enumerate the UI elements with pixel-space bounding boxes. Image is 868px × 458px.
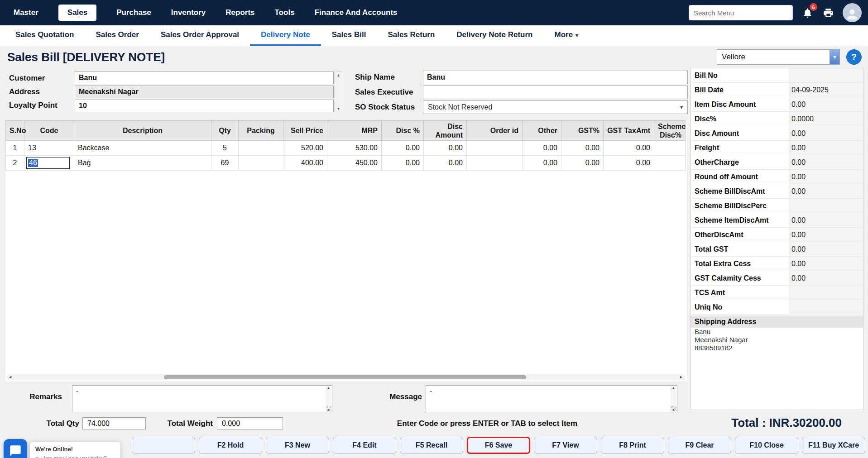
notes-row: Remarks - ▲ ▼ Message - ▲ ▼ <box>5 385 687 414</box>
cell-gst-taxamt[interactable]: 0.00 <box>604 141 654 156</box>
remarks-text: - <box>76 387 78 395</box>
cell-mrp[interactable]: 450.00 <box>327 156 382 171</box>
cell-disc-pct[interactable]: 0.00 <box>382 141 424 156</box>
cell-gst-pct[interactable]: 0.00 <box>561 156 604 171</box>
total-qty-label: Total Qty <box>36 419 79 428</box>
cell-code[interactable]: 46 <box>24 156 74 171</box>
scroll-up-icon[interactable]: ▲ <box>672 386 675 389</box>
ship-name-input[interactable] <box>423 71 688 84</box>
scroll-up-icon[interactable]: ▲ <box>327 386 330 389</box>
nav-item-inventory[interactable]: Inventory <box>171 8 206 17</box>
scrollbar-track[interactable] <box>335 78 342 105</box>
f6-save-button[interactable]: F6 Save <box>467 437 530 454</box>
cell-qty[interactable]: 5 <box>211 141 239 156</box>
caret-glyph: ▾ <box>833 54 836 60</box>
cell-other[interactable]: 0.00 <box>523 156 561 171</box>
cell-sell-price[interactable]: 520.00 <box>283 141 327 156</box>
tab-sales-return[interactable]: Sales Return <box>377 25 446 46</box>
so-stock-status-select[interactable]: Stock Not Reserved ▾ <box>423 100 688 114</box>
f4-edit-button[interactable]: F4 Edit <box>333 437 396 454</box>
nav-item-purchase[interactable]: Purchase <box>116 8 151 17</box>
user-avatar[interactable] <box>843 3 862 22</box>
location-dropdown[interactable]: Vellore ▾ <box>717 49 840 65</box>
f2-hold-button[interactable]: F2 Hold <box>199 437 262 454</box>
code-cell-editor[interactable]: 46 <box>26 157 70 169</box>
cell-mrp[interactable]: 530.00 <box>327 141 382 156</box>
cell-gst-taxamt[interactable]: 0.00 <box>604 156 654 171</box>
scroll-right-icon[interactable]: ► <box>679 375 683 379</box>
nav-item-reports[interactable]: Reports <box>225 8 254 17</box>
tab-delivery-note-return[interactable]: Delivery Note Return <box>446 25 543 46</box>
cell-disc-amount[interactable]: 0.00 <box>424 141 467 156</box>
cell-qty[interactable]: 69 <box>211 156 239 171</box>
f11-buy-xcare-button[interactable]: F11 Buy XCare <box>802 437 865 454</box>
scroll-up-icon[interactable]: ▲ <box>335 72 342 78</box>
nav-item-finance-and-accounts[interactable]: Finance And Accounts <box>315 8 398 17</box>
summary-row-total-gst: Total GST0.00 <box>691 242 863 257</box>
cell-scheme-disc[interactable] <box>654 141 686 156</box>
help-button[interactable]: ? <box>846 49 862 65</box>
notifications-button[interactable]: 6 <box>801 6 814 19</box>
remarks-textarea[interactable]: - ▲ ▼ <box>72 385 332 412</box>
cell-disc-pct[interactable]: 0.00 <box>382 156 424 171</box>
nav-item-tools[interactable]: Tools <box>275 8 295 17</box>
f3-new-button[interactable]: F3 New <box>266 437 329 454</box>
loyalty-point-input[interactable] <box>75 100 334 112</box>
nav-item-master[interactable]: Master <box>14 8 38 17</box>
col-header-disc-pct: Disc % <box>382 121 424 141</box>
chevron-down-icon[interactable]: ▾ <box>830 50 839 64</box>
scrollbar-thumb[interactable] <box>164 375 526 379</box>
form-vertical-scrollbar[interactable]: ▲ ▼ <box>335 72 342 112</box>
cell-scheme-disc[interactable] <box>654 156 686 171</box>
tab-sales-bill[interactable]: Sales Bill <box>321 25 377 46</box>
address-field[interactable]: Meenakshi Nagar <box>75 86 334 98</box>
scroll-down-icon[interactable]: ▼ <box>335 105 342 112</box>
print-button[interactable] <box>822 6 834 19</box>
summary-value <box>789 68 863 82</box>
cell-disc-amount[interactable]: 0.00 <box>424 156 467 171</box>
message-textarea[interactable]: - ▲ ▼ <box>426 385 677 412</box>
summary-value: 0.00 <box>789 141 863 155</box>
tab-more[interactable]: More ▾ <box>543 25 589 46</box>
f7-view-button[interactable]: F7 View <box>534 437 597 454</box>
cell-order-id[interactable] <box>467 156 523 171</box>
sales-executive-input[interactable] <box>423 86 688 99</box>
tab-sales-order[interactable]: Sales Order <box>85 25 149 46</box>
total-weight-input[interactable] <box>217 417 283 429</box>
f8-print-button[interactable]: F8 Print <box>601 437 664 454</box>
cell-description[interactable]: Bag <box>74 156 211 171</box>
cell-packing[interactable] <box>239 156 283 171</box>
chat-launcher-button[interactable] <box>4 439 27 458</box>
printer-icon <box>823 7 834 19</box>
tab-delivery-note[interactable]: Delivery Note <box>250 25 321 46</box>
summary-value: 0.00 <box>789 257 863 271</box>
cell-sno[interactable]: 1 <box>6 141 24 156</box>
cell-sell-price[interactable]: 400.00 <box>283 156 327 171</box>
tab-sales-quotation[interactable]: Sales Quotation <box>5 25 85 46</box>
tab-sales-order-approval[interactable]: Sales Order Approval <box>150 25 250 46</box>
nav-item-sales[interactable]: Sales <box>58 5 96 21</box>
resize-handle[interactable] <box>671 406 676 411</box>
cell-packing[interactable] <box>239 141 283 156</box>
chat-status-card[interactable]: We're Online! How may I help you today? <box>30 442 120 458</box>
search-menu-input[interactable] <box>689 5 793 20</box>
summary-row-gst-calamity-cess: GST Calamity Cess0.00 <box>691 271 863 286</box>
customer-input[interactable] <box>75 72 334 84</box>
so-stock-status-label: SO Stock Status <box>355 103 415 112</box>
cell-order-id[interactable] <box>467 141 523 156</box>
summary-row-scheme-billdiscperc: Scheme BillDiscPerc <box>691 199 863 213</box>
cell-other[interactable]: 0.00 <box>523 141 561 156</box>
cell-description[interactable]: Backcase <box>74 141 211 156</box>
f10-close-button[interactable]: F10 Close <box>735 437 798 454</box>
navbar-right-controls: 6 <box>689 3 868 22</box>
cell-sno[interactable]: 2 <box>6 156 24 171</box>
f1-button[interactable] <box>132 437 195 454</box>
f5-recall-button[interactable]: F5 Recall <box>400 437 463 454</box>
resize-handle[interactable] <box>326 406 331 411</box>
cell-code[interactable]: 13 <box>24 141 74 156</box>
scroll-left-icon[interactable]: ◄ <box>8 375 12 379</box>
total-qty-input[interactable] <box>82 417 146 429</box>
cell-gst-pct[interactable]: 0.00 <box>561 141 604 156</box>
horizontal-scrollbar[interactable]: ◄ ► <box>6 374 685 380</box>
f9-clear-button[interactable]: F9 Clear <box>668 437 731 454</box>
